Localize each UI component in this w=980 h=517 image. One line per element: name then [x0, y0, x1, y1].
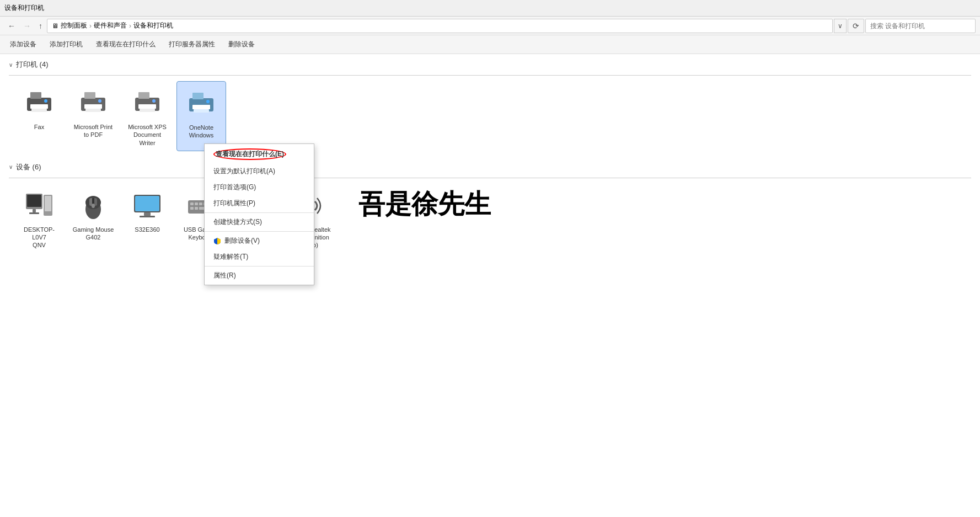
- svg-point-31: [92, 204, 95, 208]
- svg-rect-37: [190, 202, 194, 205]
- svg-rect-16: [192, 93, 204, 99]
- devices-arrow-icon: ∨: [9, 164, 13, 170]
- main-content: ∨ 打印机 (4) Fax: [0, 54, 980, 270]
- print-server-button[interactable]: 打印服务器属性: [163, 38, 221, 51]
- svg-rect-35: [140, 216, 155, 217]
- devices-section-label: 设备 (6): [16, 162, 41, 172]
- onenote-icon: [184, 86, 219, 121]
- xps-label: Microsoft XPSDocumentWriter: [128, 123, 167, 147]
- svg-rect-12: [138, 104, 156, 109]
- svg-rect-8: [85, 109, 101, 112]
- mouse-label: Gaming MouseG402: [73, 226, 114, 242]
- svg-rect-1: [30, 92, 41, 99]
- svg-rect-34: [144, 212, 151, 216]
- context-menu-item-troubleshoot[interactable]: 疑难解答(T): [205, 249, 314, 265]
- devices-divider: [9, 178, 971, 178]
- svg-point-19: [206, 100, 210, 103]
- red-circle-icon: 查看现在在打印什么(E): [213, 148, 286, 160]
- breadcrumb-chevron[interactable]: ∨: [834, 19, 847, 33]
- pdf-label: Microsoft Printto PDF: [74, 123, 113, 139]
- context-menu-item-remove[interactable]: 删除设备(V): [205, 233, 314, 249]
- printers-grid: Fax Microsoft Printto PDF: [9, 81, 971, 151]
- title-bar: 设备和打印机: [0, 0, 980, 17]
- context-menu-item-print-pref[interactable]: 打印首选项(G): [205, 179, 314, 195]
- svg-rect-22: [33, 209, 36, 212]
- svg-rect-33: [135, 196, 159, 211]
- troubleshoot-label: 疑难解答(T): [213, 252, 248, 262]
- svg-rect-3: [31, 109, 47, 112]
- svg-rect-6: [84, 92, 95, 99]
- xps-icon: [130, 86, 165, 121]
- context-menu-item-shortcut[interactable]: 创建快捷方式(S): [205, 214, 314, 230]
- breadcrumb: 🖥 控制面板 › 硬件和声音 › 设备和打印机: [47, 19, 833, 33]
- breadcrumb-part-2[interactable]: 硬件和声音: [94, 21, 127, 30]
- svg-rect-7: [84, 104, 102, 109]
- svg-rect-39: [199, 202, 202, 205]
- printers-section-header[interactable]: ∨ 打印机 (4): [9, 60, 971, 70]
- printers-section-label: 打印机 (4): [16, 60, 49, 70]
- mouse-icon: [76, 188, 111, 223]
- remove-label: 删除设备(V): [224, 236, 260, 246]
- svg-rect-17: [192, 105, 210, 109]
- print-pref-label: 打印首选项(G): [213, 183, 256, 192]
- svg-point-14: [152, 99, 156, 103]
- add-printer-button[interactable]: 添加打印机: [44, 38, 88, 51]
- monitor-icon: [130, 188, 165, 223]
- device-item-onenote[interactable]: OneNoteWindows: [176, 81, 226, 151]
- svg-point-9: [98, 99, 101, 103]
- device-item-desktop[interactable]: DESKTOP-L0V7QNV: [14, 184, 64, 254]
- breadcrumb-part-3[interactable]: 设备和打印机: [133, 21, 173, 30]
- context-menu-item-printer-props[interactable]: 打印机属性(P): [205, 195, 314, 211]
- up-button[interactable]: ↑: [35, 19, 46, 33]
- view-printing-button[interactable]: 查看现在在打印什么: [90, 38, 161, 51]
- svg-rect-18: [194, 109, 209, 113]
- remove-device-button[interactable]: 删除设备: [223, 38, 260, 51]
- search-input[interactable]: [865, 19, 976, 33]
- printer-props-label: 打印机属性(P): [213, 199, 255, 208]
- context-menu-sep-1: [205, 212, 314, 213]
- printers-arrow-icon: ∨: [9, 62, 13, 68]
- svg-rect-21: [27, 195, 41, 207]
- svg-point-4: [44, 99, 47, 103]
- title-text: 设备和打印机: [4, 3, 44, 13]
- context-menu-sep-2: [205, 231, 314, 232]
- refresh-button[interactable]: ⟳: [848, 19, 864, 33]
- fax-label: Fax: [34, 123, 44, 131]
- svg-rect-23: [29, 212, 39, 214]
- svg-rect-38: [195, 202, 198, 205]
- set-default-label: 设置为默认打印机(A): [213, 167, 275, 176]
- svg-rect-13: [140, 109, 155, 112]
- device-item-xps[interactable]: Microsoft XPSDocumentWriter: [122, 81, 172, 151]
- properties-label: 属性(R): [213, 271, 236, 280]
- svg-rect-25: [45, 196, 51, 211]
- context-menu-item-set-default[interactable]: 设置为默认打印机(A): [205, 163, 314, 179]
- add-device-button[interactable]: 添加设备: [4, 38, 42, 51]
- device-item-monitor[interactable]: S32E360: [122, 184, 172, 254]
- desktop-label: DESKTOP-L0V7QNV: [18, 226, 61, 249]
- context-menu-sep-3: [205, 266, 314, 267]
- forward-button[interactable]: →: [20, 19, 34, 33]
- svg-rect-2: [30, 104, 48, 109]
- printers-divider: [9, 75, 971, 76]
- watermark-text: 吾是徐先生: [358, 186, 491, 222]
- device-item-fax[interactable]: Fax: [14, 81, 64, 151]
- monitor-label: S32E360: [135, 226, 159, 233]
- shield-icon: [213, 237, 221, 245]
- context-menu-item-view-printing[interactable]: 查看现在在打印什么(E): [205, 145, 314, 163]
- toolbar: 添加设备 添加打印机 查看现在在打印什么 打印服务器属性 删除设备: [0, 35, 980, 54]
- breadcrumb-home-icon: 🖥: [52, 22, 58, 30]
- svg-rect-11: [138, 92, 149, 99]
- devices-section-header[interactable]: ∨ 设备 (6): [9, 162, 971, 172]
- device-item-mouse[interactable]: Gaming MouseG402: [68, 184, 118, 254]
- onenote-label: OneNoteWindows: [189, 124, 214, 140]
- fax-icon: [22, 86, 57, 121]
- desktop-icon: [22, 188, 57, 223]
- back-button[interactable]: ←: [4, 19, 19, 33]
- nav-bar: ← → ↑ 🖥 控制面板 › 硬件和声音 › 设备和打印机 ∨ ⟳: [0, 17, 980, 35]
- shortcut-label: 创建快捷方式(S): [213, 217, 262, 227]
- device-item-pdf[interactable]: Microsoft Printto PDF: [68, 81, 118, 151]
- context-menu: 查看现在在打印什么(E) 设置为默认打印机(A) 打印首选项(G) 打印机属性(…: [204, 143, 314, 285]
- svg-rect-42: [190, 207, 194, 210]
- breadcrumb-part-1[interactable]: 控制面板: [61, 21, 87, 30]
- context-menu-item-properties[interactable]: 属性(R): [205, 268, 314, 284]
